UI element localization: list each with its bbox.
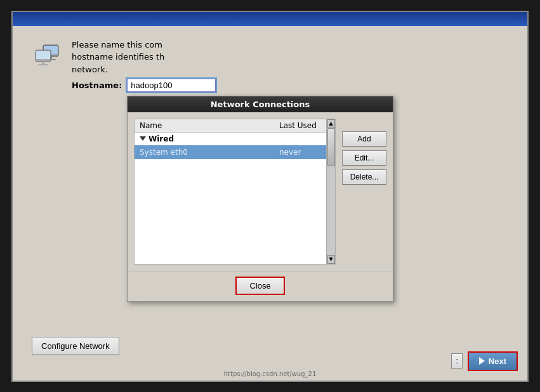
collapse-triangle-icon bbox=[140, 136, 146, 141]
svg-rect-5 bbox=[36, 51, 50, 59]
description-line2: hostname identifies th bbox=[72, 52, 164, 62]
outer-border: Please name this com hostname identifies… bbox=[0, 0, 540, 392]
connection-row[interactable]: System eth0 never bbox=[135, 145, 335, 159]
hostname-input[interactable] bbox=[127, 79, 216, 92]
network-computer-icon bbox=[32, 40, 62, 70]
connection-last-used: never bbox=[279, 148, 330, 157]
connections-list: Name Last Used Wired System eth0 never bbox=[134, 119, 336, 265]
list-scrollbar[interactable]: ▲ ▼ bbox=[326, 119, 335, 264]
content-area: Please name this com hostname identifies… bbox=[13, 26, 527, 381]
navigation-buttons: : Next bbox=[451, 351, 518, 371]
watermark: https://blog.csdn.net/wug_21 bbox=[224, 370, 317, 377]
header-section: Please name this com hostname identifies… bbox=[32, 39, 508, 93]
delete-button[interactable]: Delete... bbox=[342, 169, 386, 185]
column-name: Name bbox=[140, 121, 279, 130]
close-button[interactable]: Close bbox=[235, 277, 284, 295]
scrollbar-up-arrow[interactable]: ▲ bbox=[327, 119, 335, 128]
svg-rect-6 bbox=[42, 62, 44, 64]
column-last-used: Last Used bbox=[279, 121, 330, 130]
dialog-title: Network Connections bbox=[211, 100, 310, 109]
dialog-body: Name Last Used Wired System eth0 never bbox=[128, 112, 393, 271]
scrollbar-thumb[interactable] bbox=[327, 128, 335, 166]
action-buttons-section: Add Edit... Delete... bbox=[342, 119, 386, 265]
top-bar bbox=[13, 12, 527, 26]
description-line3: network. bbox=[72, 65, 108, 74]
next-arrow-icon bbox=[479, 357, 485, 365]
add-button[interactable]: Add bbox=[342, 131, 386, 147]
edit-button[interactable]: Edit... bbox=[342, 150, 386, 166]
configure-network-button[interactable]: Configure Network bbox=[32, 337, 119, 355]
description-line1: Please name this com bbox=[72, 40, 162, 49]
connection-name: System eth0 bbox=[140, 148, 279, 157]
dots-button[interactable]: : bbox=[451, 353, 462, 369]
list-header: Name Last Used bbox=[135, 119, 335, 133]
scrollbar-down-arrow[interactable]: ▼ bbox=[327, 255, 335, 264]
dialog-titlebar: Network Connections bbox=[128, 96, 393, 112]
network-connections-dialog: Network Connections Name Last Used Wired bbox=[127, 96, 393, 302]
next-button[interactable]: Next bbox=[468, 351, 518, 371]
screen: Please name this com hostname identifies… bbox=[11, 11, 529, 382]
hostname-label: Hostname: bbox=[72, 81, 122, 90]
list-section: Name Last Used Wired System eth0 never bbox=[134, 119, 336, 265]
wired-group-label: Wired bbox=[148, 134, 174, 143]
dialog-footer: Close bbox=[128, 271, 393, 301]
svg-rect-7 bbox=[38, 64, 48, 65]
wired-group-header: Wired bbox=[135, 133, 335, 145]
header-description: Please name this com hostname identifies… bbox=[72, 39, 216, 93]
next-label: Next bbox=[489, 356, 506, 366]
